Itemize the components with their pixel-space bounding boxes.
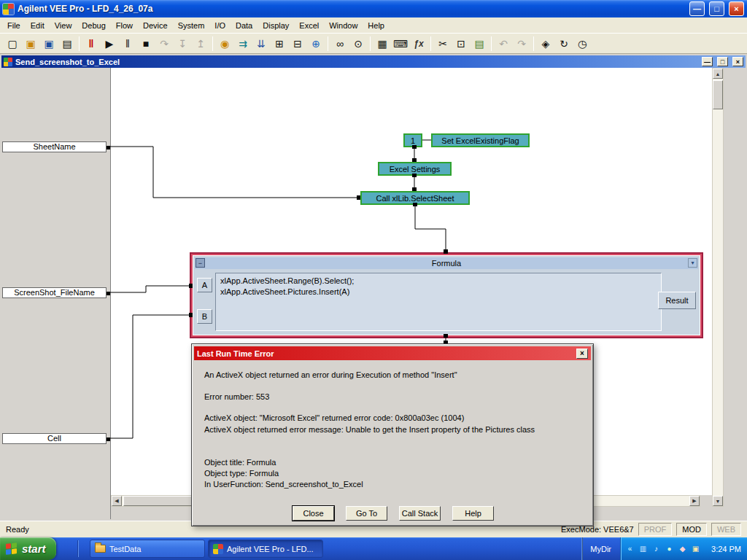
undo-icon[interactable]: ↶ xyxy=(495,35,512,52)
terminal-pin[interactable] xyxy=(107,438,110,441)
vertical-scroll-thumb[interactable] xyxy=(713,80,723,109)
excel-settings-block[interactable]: Excel Settings xyxy=(378,162,452,176)
copy-icon[interactable]: ⊡ xyxy=(452,35,470,52)
input-terminal-cell[interactable]: Cell xyxy=(2,433,107,444)
formula-output-result[interactable]: Result xyxy=(658,292,696,309)
hide-tray-icons-icon[interactable]: « xyxy=(624,543,635,554)
menu-item-io[interactable]: I/O xyxy=(209,19,231,32)
input-terminal-screenshot-filename[interactable]: ScreenShot_FileName xyxy=(2,287,107,298)
run-tools-icon[interactable]: ↻ xyxy=(555,35,573,52)
pause-program-icon[interactable]: ‖ xyxy=(82,35,100,52)
mydir-toolbar[interactable]: MyDir xyxy=(581,537,619,560)
doc-close-button[interactable]: × xyxy=(732,57,743,66)
print-icon[interactable]: ▤ xyxy=(58,35,76,52)
last-run-time-error-dialog: Last Run Time Error × An ActiveX object … xyxy=(191,343,594,526)
properties-icon[interactable]: ◈ xyxy=(537,35,554,52)
set-excel-existing-flag-block[interactable]: Set ExcelExistingFlag xyxy=(431,133,530,147)
menu-item-debug[interactable]: Debug xyxy=(77,19,110,32)
maximize-button[interactable]: □ xyxy=(709,1,724,16)
error-dialog-titlebar[interactable]: Last Run Time Error × xyxy=(194,346,591,360)
execflow-icon[interactable]: ⇊ xyxy=(252,35,270,52)
taskbar-clock[interactable]: 3:24 PM xyxy=(711,545,741,553)
terminal-label: SheetName xyxy=(33,142,75,151)
doc-minimize-button[interactable]: — xyxy=(702,57,713,66)
minimize-button[interactable]: — xyxy=(689,1,705,16)
instrument-manager-icon[interactable]: ⌨ xyxy=(392,35,409,52)
menu-item-help[interactable]: Help xyxy=(363,19,390,32)
step-over-icon[interactable]: ↷ xyxy=(155,35,173,52)
menu-item-file[interactable]: File xyxy=(2,19,26,32)
menu-item-display[interactable]: Display xyxy=(258,19,294,32)
profiler-icon[interactable]: ⊙ xyxy=(349,35,367,52)
menu-item-system[interactable]: System xyxy=(173,19,210,32)
help-button[interactable]: Help xyxy=(452,506,494,521)
volume-icon[interactable]: ♪ xyxy=(651,543,662,554)
terminal-pin[interactable] xyxy=(107,146,110,149)
cut-icon[interactable]: ✂ xyxy=(434,35,452,52)
cleanup-lines-icon[interactable]: ⊟ xyxy=(289,35,306,52)
redo-icon[interactable]: ↷ xyxy=(513,35,530,52)
step-out-icon[interactable]: ↥ xyxy=(192,35,209,52)
scroll-down-icon[interactable]: ▼ xyxy=(713,496,723,506)
web-indicator[interactable]: WEB xyxy=(711,523,741,536)
close-error-button[interactable]: Close xyxy=(293,506,334,521)
messenger-icon[interactable]: ◆ xyxy=(677,543,688,554)
call-select-sheet-block[interactable]: Call xlLib.SelectSheet xyxy=(360,191,470,205)
scroll-left-icon[interactable]: ◀ xyxy=(112,496,122,506)
stop-hand-icon[interactable]: ◉ xyxy=(216,35,233,52)
doc-restore-button[interactable]: □ xyxy=(717,57,728,66)
network-icon[interactable]: ▥ xyxy=(638,543,649,554)
pause-icon[interactable]: ‖ xyxy=(119,35,136,52)
terminal-pin[interactable] xyxy=(107,292,110,295)
menu-item-excel[interactable]: Excel xyxy=(294,19,324,32)
menu-item-flow[interactable]: Flow xyxy=(111,19,138,32)
formula-code-editor[interactable]: xlApp.ActiveSheet.Range(B).Select(); xlA… xyxy=(215,273,662,331)
web-server-icon[interactable]: ⊕ xyxy=(307,35,325,52)
grid-icon[interactable]: ▦ xyxy=(374,35,391,52)
save-icon[interactable]: ▣ xyxy=(40,35,58,52)
menu-item-device[interactable]: Device xyxy=(138,19,173,32)
new-file-icon[interactable]: ▢ xyxy=(4,35,21,52)
update-icon[interactable]: ● xyxy=(664,543,675,554)
input-terminal-sheetname[interactable]: SheetName xyxy=(2,141,107,152)
menu-item-window[interactable]: Window xyxy=(324,19,363,32)
menu-item-view[interactable]: View xyxy=(50,19,77,32)
start-button[interactable]: start xyxy=(0,537,56,560)
formula-object[interactable]: Formula − ▾ A B xlApp.ActiveSheet.Range(… xyxy=(191,254,702,337)
dataflow-icon[interactable]: ⇉ xyxy=(234,35,252,52)
object-menu-icon[interactable]: − xyxy=(196,258,205,268)
scroll-up-icon[interactable]: ▲ xyxy=(713,69,723,79)
function-browser-icon[interactable]: ƒx xyxy=(410,35,427,52)
constant-block[interactable]: 1 xyxy=(403,133,422,147)
goto-button[interactable]: Go To xyxy=(346,506,387,521)
menu-item-data[interactable]: Data xyxy=(231,19,258,32)
display-icon[interactable]: ▣ xyxy=(690,543,701,554)
formula-input-a[interactable]: A xyxy=(197,278,212,292)
prof-indicator[interactable]: PROF xyxy=(638,523,673,536)
formula-titlebar[interactable]: Formula xyxy=(195,257,698,269)
find-icon[interactable]: ∞ xyxy=(331,35,349,52)
stop-icon[interactable]: ■ xyxy=(137,35,155,52)
dialog-close-icon[interactable]: × xyxy=(576,349,588,359)
task-agilent-vee[interactable]: Agilent VEE Pro - LFD... xyxy=(208,540,323,558)
scroll-right-icon[interactable]: ▶ xyxy=(689,496,700,506)
step-into-icon[interactable]: ↧ xyxy=(174,35,191,52)
collapse-corner-icon[interactable]: ▾ xyxy=(688,258,697,268)
formula-input-b[interactable]: B xyxy=(197,309,212,324)
run-icon[interactable]: ▶ xyxy=(101,35,118,52)
paste-icon[interactable]: ▤ xyxy=(471,35,488,52)
align-objects-icon[interactable]: ⊞ xyxy=(271,35,288,52)
timer-icon[interactable]: ◷ xyxy=(573,35,591,52)
doc-titlebar[interactable]: Send_screenshot_to_Excel — □ × xyxy=(1,55,746,68)
mod-indicator[interactable]: MOD xyxy=(676,523,707,536)
app-titlebar[interactable]: Agilent VEE Pro - LFD_4_26_07a — □ × xyxy=(0,0,747,18)
toolbar-separator xyxy=(212,36,213,51)
task-testdata[interactable]: TestData xyxy=(90,540,205,558)
close-button[interactable]: × xyxy=(729,1,744,16)
vertical-scrollbar[interactable]: ▲ ▼ xyxy=(712,68,724,507)
menu-item-edit[interactable]: Edit xyxy=(26,19,50,32)
windows-logo-icon xyxy=(6,542,18,556)
error-code-line: ActiveX object: "Microsoft Excel" return… xyxy=(204,413,464,422)
call-stack-button[interactable]: Call Stack xyxy=(399,506,441,521)
open-folder-icon[interactable]: ▣ xyxy=(22,35,39,52)
